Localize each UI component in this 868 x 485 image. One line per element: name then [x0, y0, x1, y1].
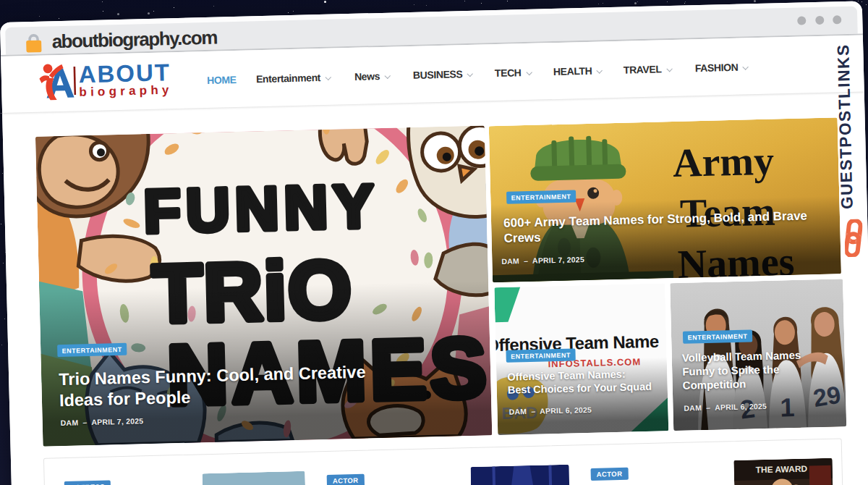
svg-text:THE AWARD: THE AWARD — [755, 463, 807, 475]
svg-text:biography: biography — [79, 83, 169, 98]
